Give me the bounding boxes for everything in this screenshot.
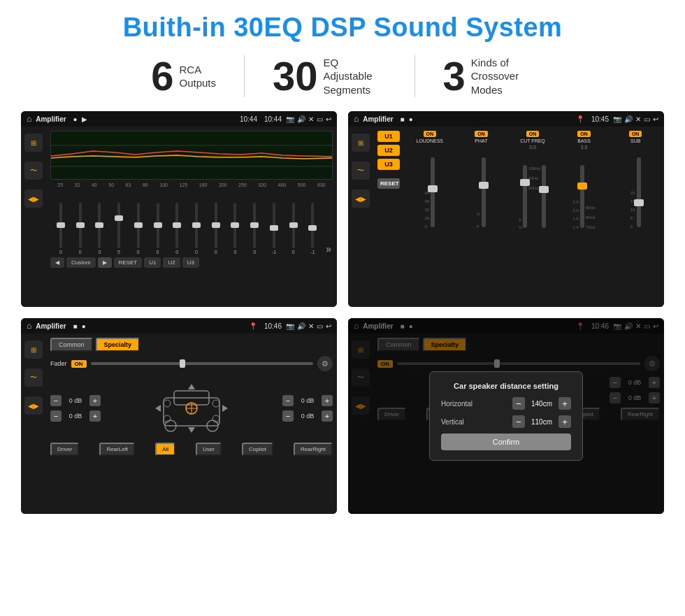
eq-status-bar: ⌂ Amplifier ● ▶ 10:44 10:44 📷 🔊 ✕ ▭ ↩ xyxy=(21,111,337,127)
confirm-button[interactable]: Confirm xyxy=(441,434,571,450)
amp-slider-loudness[interactable] xyxy=(431,157,435,227)
cross1-time-val: 10:46 xyxy=(264,322,282,330)
cross1-all-btn[interactable]: All xyxy=(155,443,175,456)
amp-back-icon: ↩ xyxy=(653,115,658,123)
eq-main: 2532 4050 6380 100125 160200 250320 4005… xyxy=(46,127,337,307)
amp-home-icon: ⌂ xyxy=(354,114,359,124)
cross1-min-icon: ▭ xyxy=(317,322,323,330)
dialog-vertical-label: Vertical xyxy=(441,418,464,426)
amp-presets: U1 U2 U3 RESET xyxy=(377,131,400,303)
cross1-copilot-btn[interactable]: Copilot xyxy=(242,443,273,456)
cross1-fader-thumb xyxy=(180,359,185,368)
eq-slider-11: 0 xyxy=(245,203,264,255)
eq-u1-btn[interactable]: U1 xyxy=(144,257,161,268)
cross1-vol-icon: 🔊 xyxy=(297,322,305,330)
cross1-plus1[interactable]: + xyxy=(89,395,101,406)
eq-slider-4: 5 xyxy=(110,203,128,255)
cross1-db-row4: − 0 dB + xyxy=(282,410,333,422)
amp-main: U1 U2 U3 RESET ON LOUDNESS xyxy=(373,127,664,307)
cross1-fader-on[interactable]: ON xyxy=(71,360,87,368)
amp-slider-sub[interactable] xyxy=(637,157,641,227)
amp-slider-cutfreq2[interactable] xyxy=(542,165,546,228)
eq-arrows[interactable]: » xyxy=(326,243,331,255)
cross1-sidebar: ⊞ 〜 ◀▶ xyxy=(21,334,46,514)
cross1-rearleft-btn[interactable]: RearLeft xyxy=(99,443,135,456)
cross1-fader-slider[interactable] xyxy=(91,362,313,365)
eq-u2-btn[interactable]: U2 xyxy=(163,257,180,268)
amp-on-phat[interactable]: ON xyxy=(475,131,488,137)
cross1-db-row2: − 0 dB + xyxy=(50,410,101,422)
cross1-rearright-btn[interactable]: RearRight xyxy=(294,443,333,456)
eq-u3-btn[interactable]: U3 xyxy=(182,257,199,268)
amp-slider-bass[interactable] xyxy=(580,165,584,228)
amp-status-icons: 📷 🔊 ✕ ▭ ↩ xyxy=(613,115,658,123)
dialog-vertical-plus[interactable]: + xyxy=(558,415,571,428)
amp-ch-name-phat: PHAT xyxy=(475,138,487,143)
amp-slider-phat[interactable] xyxy=(482,157,486,227)
stat-number-rca: 6 xyxy=(151,56,173,96)
amp-on-sub[interactable]: ON xyxy=(629,131,642,137)
dialog-horizontal-val: 140cm xyxy=(528,400,556,408)
amp-on-bass[interactable]: ON xyxy=(577,131,591,137)
amp-preset-u1[interactable]: U1 xyxy=(377,131,400,142)
svg-marker-17 xyxy=(222,405,228,412)
amp-content: ⊞ 〜 ◀▶ U1 U2 U3 RESET xyxy=(348,127,664,307)
eq-slider-1: 0 xyxy=(52,203,70,255)
amp-slider-cutfreq1[interactable] xyxy=(523,165,527,228)
amp-sidebar-icon3[interactable]: ◀▶ xyxy=(352,189,370,208)
amp-on-loudness[interactable]: ON xyxy=(424,131,437,137)
eq-reset-btn[interactable]: RESET xyxy=(114,257,143,268)
amp-ch-sub: ON SUB 20151050 xyxy=(611,131,660,303)
eq-slider-10: 0 xyxy=(226,203,245,255)
cross1-screen-title: Amplifier xyxy=(36,322,66,330)
stats-row: 6 RCAOutputs 30 EQ AdjustableSegments 3 … xyxy=(21,55,664,97)
cross1-minus3[interactable]: − xyxy=(282,395,294,406)
eq-sidebar-icon1[interactable]: ⊞ xyxy=(24,134,43,152)
eq-slider-13: 0 xyxy=(284,203,303,255)
eq-sidebar-icon3[interactable]: ◀▶ xyxy=(24,189,43,208)
stat-eq: 30 EQ AdjustableSegments xyxy=(245,56,414,97)
eq-slider-9: 0 xyxy=(207,203,225,255)
dialog-horizontal-minus[interactable]: − xyxy=(512,397,525,410)
cross1-minus2[interactable]: − xyxy=(50,410,62,422)
amp-reset-btn[interactable]: RESET xyxy=(377,178,400,189)
cross1-minus4[interactable]: − xyxy=(282,410,294,422)
cross1-user-btn[interactable]: User xyxy=(196,443,222,456)
cross1-common-tab[interactable]: Common xyxy=(50,338,93,352)
dialog-vertical-minus[interactable]: − xyxy=(512,415,525,428)
cross1-plus2[interactable]: + xyxy=(89,410,101,422)
page-container: Buith-in 30EQ DSP Sound System 6 RCAOutp… xyxy=(0,0,685,616)
eq-prev-btn[interactable]: ◀ xyxy=(50,257,64,268)
cross1-settings-icon[interactable]: ⚙ xyxy=(317,356,333,371)
cross1-sidebar-icon2[interactable]: 〜 xyxy=(24,368,43,387)
crossover1-screen: ⌂ Amplifier ■ ● 📍 10:46 📷 🔊 ✕ ▭ ↩ ⊞ 〜 xyxy=(21,318,337,514)
eq-slider-14: -1 xyxy=(304,203,322,255)
dialog-horizontal-plus[interactable]: + xyxy=(558,397,571,410)
cross1-sidebar-icon3[interactable]: ◀▶ xyxy=(24,396,43,415)
amp-ch-cutfreq: ON CUT FREQ 3.0 FG xyxy=(508,131,557,303)
amp-dot2: ● xyxy=(409,115,413,123)
cross1-minus1[interactable]: − xyxy=(50,395,62,406)
amp-sidebar-icon2[interactable]: 〜 xyxy=(352,162,370,180)
cross1-specialty-tab[interactable]: Specialty xyxy=(96,338,140,352)
cross1-plus3[interactable]: + xyxy=(322,395,333,406)
eq-play-btn[interactable]: ▶ xyxy=(98,257,112,268)
amp-close-icon: ✕ xyxy=(635,115,641,123)
dialog-horizontal-label: Horizontal xyxy=(441,400,473,408)
vol-icon: 🔊 xyxy=(297,115,305,123)
min-icon: ▭ xyxy=(317,115,323,123)
amp-on-cutfreq[interactable]: ON xyxy=(526,131,540,137)
amp-sidebar-icon1[interactable]: ⊞ xyxy=(352,134,370,152)
cross1-dot1: ■ xyxy=(73,322,78,330)
amp-preset-u2[interactable]: U2 xyxy=(377,145,400,156)
eq-slider-12: -1 xyxy=(265,203,283,255)
amp-ch-phat: ON PHAT GF xyxy=(457,131,506,303)
eq-custom-btn[interactable]: Custom xyxy=(66,257,96,268)
eq-content: ⊞ 〜 ◀▶ xyxy=(21,127,337,307)
eq-sidebar-icon2[interactable]: 〜 xyxy=(24,162,43,180)
cross1-plus4[interactable]: + xyxy=(322,410,333,422)
eq-play: ▶ xyxy=(82,115,87,123)
cross1-sidebar-icon1[interactable]: ⊞ xyxy=(24,341,43,359)
amp-preset-u3[interactable]: U3 xyxy=(377,159,400,170)
cross1-driver-btn[interactable]: Driver xyxy=(50,443,79,456)
